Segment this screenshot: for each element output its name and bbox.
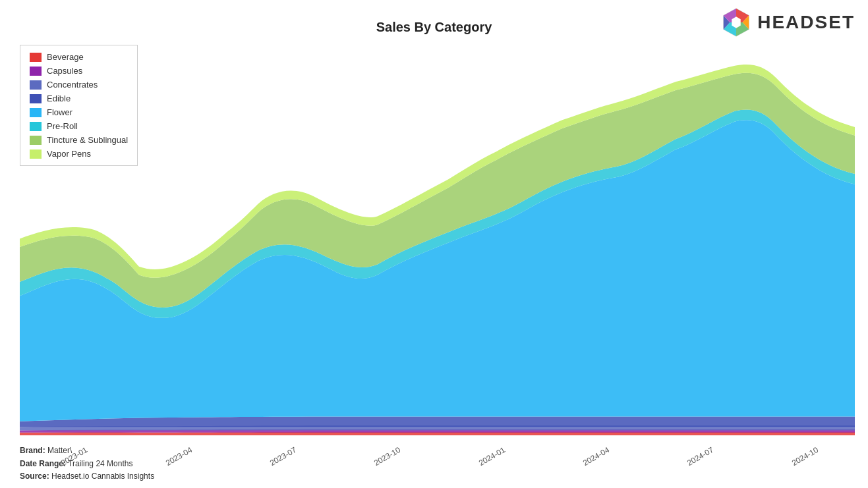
x-label-text-1: 2023-04 xyxy=(163,445,193,468)
legend-color-flower xyxy=(30,108,42,117)
footer-info: Brand: Matter\ Date Range: Trailing 24 M… xyxy=(20,445,154,483)
footer-source-value: Headset.io Cannabis Insights xyxy=(51,472,154,481)
x-label-text-3: 2023-10 xyxy=(372,445,402,468)
x-label-text-6: 2024-07 xyxy=(685,445,715,468)
x-label-5: 2024-04 xyxy=(542,452,646,462)
legend: Beverage Capsules Concentrates Edible Fl… xyxy=(20,45,138,166)
legend-item-vapor: Vapor Pens xyxy=(30,149,128,159)
x-label-text-4: 2024-01 xyxy=(477,445,507,468)
legend-color-capsules xyxy=(30,67,42,76)
legend-label-preroll: Pre-Roll xyxy=(47,121,78,131)
legend-item-capsules: Capsules xyxy=(30,66,128,76)
legend-color-tincture xyxy=(30,136,42,145)
legend-label-vapor: Vapor Pens xyxy=(47,149,91,159)
legend-color-concentrates xyxy=(30,80,42,90)
legend-item-flower: Flower xyxy=(30,107,128,117)
x-label-2: 2023-07 xyxy=(229,452,333,462)
legend-label-concentrates: Concentrates xyxy=(47,80,98,90)
legend-item-edible: Edible xyxy=(30,94,128,103)
x-label-6: 2024-07 xyxy=(646,452,750,462)
legend-color-beverage xyxy=(30,53,42,62)
legend-item-concentrates: Concentrates xyxy=(30,80,128,90)
legend-item-tincture: Tincture & Sublingual xyxy=(30,135,128,145)
legend-label-capsules: Capsules xyxy=(47,66,82,76)
footer-source-label: Source: xyxy=(20,472,49,481)
legend-label-beverage: Beverage xyxy=(47,52,84,62)
area-edible xyxy=(20,416,855,427)
legend-label-tincture: Tincture & Sublingual xyxy=(47,135,128,145)
footer-date-range-label: Date Range: xyxy=(20,459,66,468)
legend-color-vapor xyxy=(30,149,42,159)
footer-date-range: Date Range: Trailing 24 Months xyxy=(20,458,154,470)
legend-color-edible xyxy=(30,94,42,103)
legend-color-preroll xyxy=(30,122,42,131)
x-label-4: 2024-01 xyxy=(438,452,542,462)
x-label-text-7: 2024-10 xyxy=(790,445,820,468)
footer-source: Source: Headset.io Cannabis Insights xyxy=(20,470,154,483)
x-label-3: 2023-10 xyxy=(333,452,437,462)
footer-brand: Brand: Matter\ xyxy=(20,445,154,457)
legend-label-edible: Edible xyxy=(47,94,71,103)
footer-date-range-value: Trailing 24 Months xyxy=(68,459,132,468)
footer-brand-label: Brand: xyxy=(20,446,45,455)
chart-title: Sales By Category xyxy=(0,20,868,35)
chart-area xyxy=(20,45,855,435)
x-label-text-2: 2023-07 xyxy=(268,445,298,468)
footer-brand-value: Matter\ xyxy=(47,446,72,455)
legend-item-preroll: Pre-Roll xyxy=(30,121,128,131)
legend-label-flower: Flower xyxy=(47,107,72,117)
chart-svg xyxy=(20,45,855,435)
x-label-7: 2024-10 xyxy=(751,452,855,462)
x-label-text-5: 2024-04 xyxy=(581,445,611,468)
legend-item-beverage: Beverage xyxy=(30,52,128,62)
page-container: HEADSET Sales By Category Beverage Capsu… xyxy=(0,0,868,488)
